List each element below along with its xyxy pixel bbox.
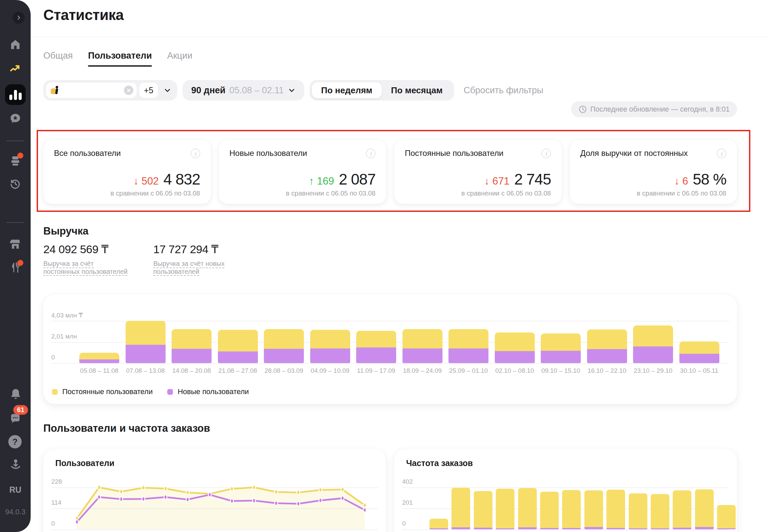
sidebar-item-statistics-active[interactable] [5, 84, 26, 105]
bar-segment-regular-users[interactable] [679, 341, 719, 354]
sidebar-item-restaurant[interactable] [9, 261, 22, 274]
tab-promotions[interactable]: Акции [167, 51, 192, 67]
info-icon[interactable]: i [191, 149, 200, 158]
data-point[interactable] [76, 520, 79, 524]
bar-segment-regular-users[interactable] [587, 329, 627, 349]
bar-segment-new-users[interactable] [695, 527, 714, 529]
data-point[interactable] [319, 498, 322, 503]
bar-segment-regular-users[interactable] [451, 488, 470, 528]
sidebar-item-reviews[interactable] [9, 112, 22, 125]
data-point[interactable] [275, 501, 278, 505]
bar-segment-regular-users[interactable] [448, 329, 488, 348]
bar-segment-regular-users[interactable] [429, 519, 448, 528]
bar-segment-new-users[interactable] [79, 359, 119, 363]
data-point[interactable] [253, 498, 256, 503]
bar-segment-regular-users[interactable] [541, 333, 581, 351]
bar-segment-new-users[interactable] [429, 528, 448, 529]
bar-segment-regular-users[interactable] [356, 331, 396, 347]
data-point[interactable] [363, 508, 366, 512]
bar-segment-regular-users[interactable] [264, 329, 304, 348]
bar-segment-new-users[interactable] [629, 528, 647, 529]
bar-segment-regular-users[interactable] [633, 325, 673, 346]
client-filter-dropdown[interactable] [161, 87, 174, 94]
bar-segment-regular-users[interactable] [695, 489, 714, 527]
sidebar-item-support[interactable] [9, 457, 22, 471]
tab-users[interactable]: Пользователи [88, 51, 152, 67]
period-select[interactable]: 90 дней 05.08 – 02.11 [183, 80, 304, 101]
bar-segment-new-users[interactable] [540, 528, 559, 529]
bar-segment-new-users[interactable] [679, 354, 719, 363]
data-point[interactable] [98, 495, 101, 499]
bar-segment-new-users[interactable] [717, 528, 736, 529]
bar-segment-new-users[interactable] [651, 528, 669, 529]
data-point[interactable] [231, 487, 234, 491]
bar-segment-new-users[interactable] [172, 349, 212, 363]
data-point[interactable] [164, 495, 167, 499]
data-point[interactable] [120, 489, 123, 494]
data-point[interactable] [297, 502, 300, 506]
toggle-by-month[interactable]: По месяцам [382, 82, 452, 98]
bar-segment-new-users[interactable] [518, 527, 537, 529]
bar-segment-new-users[interactable] [562, 528, 581, 529]
sidebar-item-trends[interactable] [9, 62, 22, 75]
bar-segment-new-users[interactable] [356, 347, 396, 363]
bar-segment-new-users[interactable] [606, 528, 625, 529]
bar-segment-new-users[interactable] [633, 346, 673, 363]
data-point[interactable] [231, 499, 234, 503]
bar-segment-regular-users[interactable] [79, 353, 119, 359]
data-point[interactable] [341, 487, 344, 492]
bar-segment-new-users[interactable] [587, 349, 627, 363]
bar-segment-new-users[interactable] [673, 528, 691, 529]
bar-segment-regular-users[interactable] [126, 321, 166, 345]
bar-segment-new-users[interactable] [451, 527, 470, 529]
data-point[interactable] [319, 488, 322, 492]
help-button[interactable]: ? [8, 435, 22, 448]
bar-segment-regular-users[interactable] [218, 330, 258, 351]
bar-segment-regular-users[interactable] [651, 494, 669, 528]
data-point[interactable] [297, 490, 300, 495]
bar-segment-regular-users[interactable] [496, 489, 514, 528]
client-filter-input[interactable] [46, 83, 137, 98]
bar-segment-new-users[interactable] [541, 351, 581, 363]
bar-segment-new-users[interactable] [218, 351, 258, 363]
revenue-regular-link[interactable]: Выручка за счёт постоянных пользователей [43, 260, 129, 275]
data-point[interactable] [142, 486, 145, 490]
reset-filters-link[interactable]: Сбросить фильтры [463, 85, 543, 96]
bar-segment-regular-users[interactable] [673, 490, 691, 528]
bar-segment-regular-users[interactable] [474, 491, 492, 528]
info-icon[interactable]: i [366, 149, 376, 158]
sidebar-item-orders[interactable] [9, 154, 22, 167]
more-clients-pill[interactable]: +5 [139, 83, 158, 98]
data-point[interactable] [341, 496, 344, 500]
bar-segment-regular-users[interactable] [495, 332, 535, 351]
bar-segment-regular-users[interactable] [717, 505, 736, 528]
data-point[interactable] [186, 490, 189, 495]
data-point[interactable] [363, 503, 366, 507]
tab-general[interactable]: Общая [43, 51, 73, 67]
sidebar-item-notifications[interactable] [9, 387, 22, 401]
sidebar-item-history[interactable] [9, 178, 22, 190]
bar-segment-new-users[interactable] [474, 528, 492, 529]
data-point[interactable] [275, 490, 278, 494]
bar-segment-new-users[interactable] [496, 528, 514, 529]
bar-segment-regular-users[interactable] [172, 329, 212, 348]
bar-segment-new-users[interactable] [584, 527, 603, 529]
data-point[interactable] [253, 485, 256, 490]
bar-segment-regular-users[interactable] [402, 329, 442, 348]
info-icon[interactable]: i [541, 149, 551, 158]
bar-segment-regular-users[interactable] [518, 488, 537, 527]
sidebar-expand-button[interactable] [13, 12, 25, 24]
bar-segment-regular-users[interactable] [562, 490, 581, 528]
bar-segment-regular-users[interactable] [606, 490, 625, 528]
data-point[interactable] [120, 497, 123, 501]
info-icon[interactable]: i [717, 149, 726, 158]
bar-segment-new-users[interactable] [126, 345, 166, 363]
bar-segment-regular-users[interactable] [540, 492, 559, 528]
data-point[interactable] [208, 493, 211, 497]
data-point[interactable] [164, 486, 167, 491]
bar-segment-regular-users[interactable] [310, 330, 350, 348]
data-point[interactable] [98, 485, 101, 490]
bar-segment-new-users[interactable] [264, 349, 304, 363]
data-point[interactable] [186, 497, 189, 502]
language-switcher[interactable]: RU [0, 485, 31, 495]
